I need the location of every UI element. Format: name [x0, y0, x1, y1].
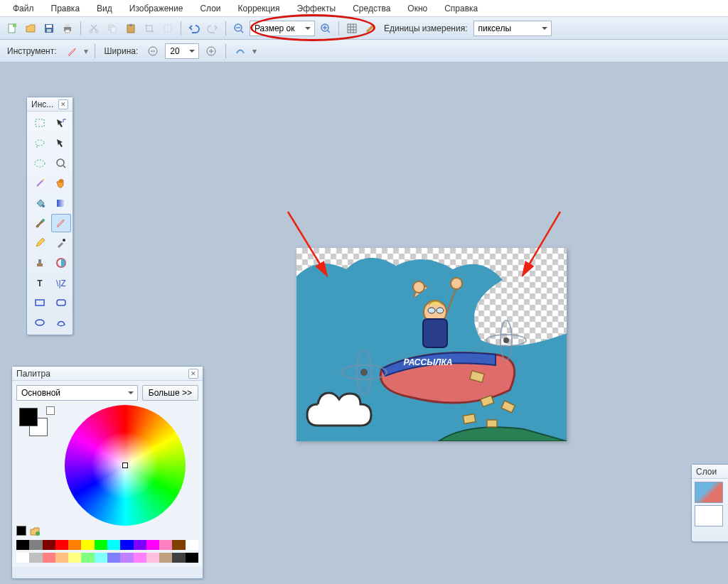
- layer-thumbnail[interactable]: [695, 505, 723, 526]
- layers-panel-title[interactable]: Слои: [692, 465, 728, 479]
- tool-rect-shape[interactable]: [30, 293, 50, 312]
- zoom-level-dropdown[interactable]: Размер ок: [250, 21, 315, 36]
- color-wheel[interactable]: [65, 405, 186, 526]
- paste-icon[interactable]: [123, 21, 139, 36]
- svg-point-51: [36, 320, 44, 325]
- width-input[interactable]: 20: [165, 43, 199, 59]
- document-canvas[interactable]: РАССЫЛКА: [296, 248, 567, 441]
- close-icon[interactable]: ✕: [188, 369, 198, 379]
- print-icon[interactable]: [60, 21, 75, 36]
- tool-recolor[interactable]: [51, 254, 71, 272]
- tool-move-selection[interactable]: [51, 134, 71, 153]
- separator: [181, 21, 181, 36]
- svg-rect-44: [37, 264, 43, 266]
- menu-layers[interactable]: Слои: [191, 1, 229, 16]
- tool-color-picker[interactable]: [51, 234, 71, 252]
- menu-tools[interactable]: Средства: [344, 1, 399, 16]
- tool-rect-select[interactable]: [30, 114, 50, 133]
- canvas-image: РАССЫЛКА: [296, 248, 567, 441]
- separator: [95, 44, 95, 58]
- tool-options-bar: Инструмент: ▾ Ширина: 20 ▾: [0, 40, 728, 63]
- tool-move[interactable]: [51, 114, 71, 133]
- menu-view[interactable]: Вид: [88, 1, 121, 16]
- zoom-in-icon[interactable]: [318, 21, 333, 36]
- tool-rounded-rect[interactable]: [51, 293, 71, 312]
- deselect-icon[interactable]: [160, 21, 176, 36]
- current-tool-icon[interactable]: [64, 43, 80, 59]
- color-wheel-cursor[interactable]: [122, 463, 128, 468]
- menu-file[interactable]: Файл: [4, 1, 43, 16]
- tool-pan[interactable]: [51, 174, 71, 193]
- menu-adjust[interactable]: Коррекция: [230, 1, 289, 16]
- width-label: Ширина:: [105, 46, 139, 56]
- palette-strip[interactable]: [16, 540, 198, 550]
- close-icon[interactable]: ✕: [58, 99, 68, 109]
- svg-point-58: [428, 308, 435, 313]
- width-plus-icon[interactable]: [203, 43, 219, 59]
- svg-rect-4: [47, 29, 51, 32]
- tool-text[interactable]: T: [30, 274, 50, 292]
- svg-rect-50: [57, 300, 65, 305]
- svg-point-43: [63, 239, 65, 242]
- redo-icon[interactable]: [205, 21, 220, 36]
- svg-point-40: [42, 205, 45, 207]
- crop-icon[interactable]: [141, 21, 157, 36]
- save-icon[interactable]: [41, 21, 57, 36]
- tool-magic-wand[interactable]: [30, 174, 50, 193]
- primary-color-swatch[interactable]: [19, 408, 38, 426]
- separator: [225, 44, 226, 58]
- color-swatches[interactable]: [16, 405, 59, 448]
- svg-line-16: [241, 31, 243, 33]
- layers-panel[interactable]: Слои: [691, 464, 728, 542]
- new-file-icon[interactable]: [4, 21, 20, 36]
- tool-pencil[interactable]: [30, 234, 50, 252]
- svg-point-57: [451, 278, 462, 289]
- tool-gradient[interactable]: [51, 194, 71, 212]
- width-value: 20: [170, 46, 179, 56]
- open-file-icon[interactable]: [23, 21, 38, 36]
- menu-image[interactable]: Изображение: [121, 1, 192, 16]
- menu-help[interactable]: Справка: [436, 1, 486, 16]
- tool-brush[interactable]: [30, 214, 50, 232]
- canvas-text: РАССЫЛКА: [404, 357, 453, 367]
- antialias-dropdown-arrow[interactable]: ▾: [252, 46, 257, 56]
- svg-text:\|Ζ: \|Ζ: [56, 279, 66, 288]
- ruler-icon[interactable]: [363, 21, 378, 36]
- palette-panel[interactable]: Палитра ✕ Основной Больше >>: [11, 366, 203, 579]
- palette-panel-title[interactable]: Палитра ✕: [12, 367, 203, 381]
- tool-eraser[interactable]: [51, 214, 71, 232]
- cut-icon[interactable]: [86, 21, 102, 36]
- copy-icon[interactable]: [105, 21, 120, 36]
- layer-thumbnail[interactable]: [695, 482, 723, 503]
- svg-line-19: [328, 31, 330, 33]
- tool-dropdown-arrow[interactable]: ▾: [84, 46, 88, 56]
- grid-icon[interactable]: [344, 21, 360, 36]
- add-color-icon[interactable]: [29, 526, 41, 537]
- svg-rect-14: [164, 25, 171, 32]
- palette-more-button[interactable]: Больше >>: [142, 385, 198, 401]
- swap-colors-icon[interactable]: [46, 406, 55, 415]
- svg-rect-7: [65, 30, 70, 33]
- undo-icon[interactable]: [186, 21, 202, 36]
- width-minus-icon[interactable]: [145, 43, 161, 59]
- palette-mode-dropdown[interactable]: Основной: [16, 385, 138, 401]
- tool-ellipse-select[interactable]: [30, 154, 50, 173]
- recent-color[interactable]: [16, 526, 26, 536]
- units-dropdown[interactable]: пикселы: [473, 21, 552, 36]
- tools-panel-title[interactable]: Инс... ✕: [27, 97, 73, 112]
- tool-bucket[interactable]: [30, 194, 50, 212]
- separator: [80, 21, 81, 36]
- tool-line[interactable]: \|Ζ: [51, 274, 71, 292]
- zoom-out-icon[interactable]: [231, 21, 247, 36]
- tools-panel[interactable]: Инс... ✕ T \|Ζ: [26, 97, 73, 335]
- tool-lasso[interactable]: [30, 134, 50, 153]
- tool-clone[interactable]: [30, 254, 50, 272]
- menu-window[interactable]: Окно: [399, 1, 436, 16]
- palette-strip-2[interactable]: [16, 553, 198, 563]
- tool-ellipse-shape[interactable]: [30, 313, 50, 332]
- tool-zoom[interactable]: [51, 154, 71, 173]
- antialias-icon[interactable]: [232, 43, 248, 59]
- menu-edit[interactable]: Правка: [43, 1, 89, 16]
- tool-freeform[interactable]: [51, 313, 71, 332]
- menu-effects[interactable]: Эффекты: [289, 1, 345, 16]
